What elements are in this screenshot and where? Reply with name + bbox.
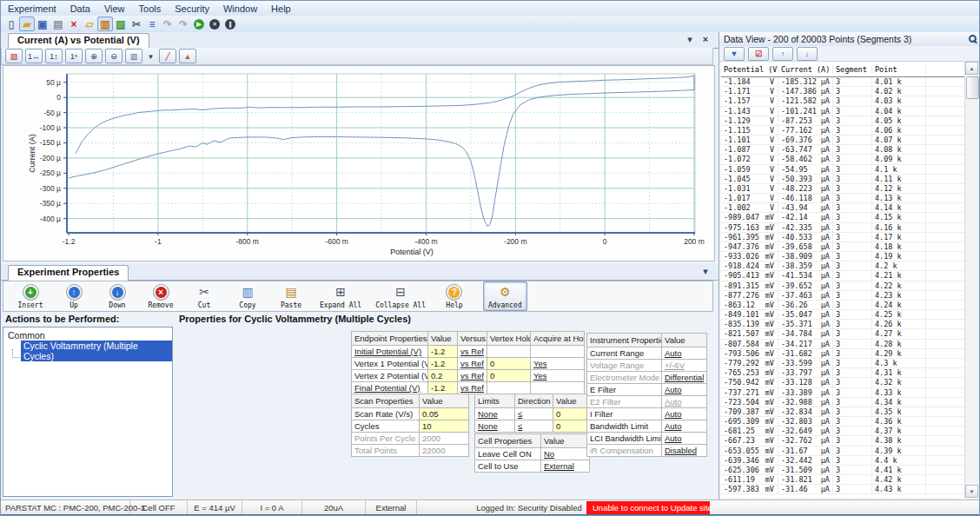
property-cell[interactable]: 0 — [487, 358, 531, 370]
data-row[interactable]: -653.055mV-31.67µA34.39 k — [721, 447, 965, 456]
data-view-scrollbar[interactable]: ▲ ▼ — [964, 62, 979, 498]
property-cell[interactable]: Differential — [662, 372, 707, 384]
data-row[interactable]: -1.045V-50.393µA34.11 k — [721, 175, 965, 184]
chart-close-icon[interactable]: × — [699, 34, 712, 44]
save-button[interactable]: ▣ — [35, 17, 50, 31]
graph-properties-button[interactable]: ▧ — [5, 49, 23, 63]
property-cell[interactable]: +/-6V — [662, 360, 707, 372]
property-cell[interactable]: Disabled — [662, 445, 707, 457]
data-row[interactable]: -821.507mV-34.784µA34.27 k — [721, 329, 965, 339]
tree-item-cyclic-voltammetry[interactable]: Cyclic Voltammetry (Multiple Cycles) — [12, 341, 172, 361]
property-cell[interactable]: Auto — [662, 384, 707, 396]
data-row[interactable]: -597.383mV-31.46µA34.43 k — [721, 485, 965, 494]
data-row[interactable]: -933.026mV-38.909µA34.19 k — [721, 252, 965, 261]
advanced-button[interactable]: ⚙Advanced — [483, 281, 527, 311]
cv-chart-panel[interactable]: -1.2-1-800 m-600 m-400 m-200 m0200 m50 µ… — [3, 65, 715, 261]
tree-item-common[interactable]: Common — [3, 327, 172, 341]
data-row[interactable]: -863.12mV-36.26µA34.24 k — [721, 301, 965, 310]
property-cell[interactable]: No — [541, 448, 590, 460]
cut-data-button[interactable]: ✂ — [129, 17, 144, 31]
data-row[interactable]: -1.115V-77.162µA34.06 k — [721, 126, 965, 136]
column-header-c3[interactable]: Segment — [833, 65, 872, 74]
menu-experiment[interactable]: Experiment — [1, 3, 63, 15]
property-cell[interactable]: 10 — [420, 420, 469, 433]
property-cell[interactable]: -1.2 — [428, 346, 458, 358]
scale-x-button[interactable]: 1↔ — [25, 49, 43, 63]
menu-view[interactable]: View — [97, 3, 132, 15]
graph-view-button[interactable]: ▧ — [113, 17, 129, 31]
data-row[interactable]: -918.424mV-38.359µA34.2 k — [721, 261, 965, 271]
property-cell[interactable]: 0 — [553, 408, 590, 420]
data-row[interactable]: -891.315mV-39.652µA34.22 k — [721, 281, 965, 291]
tab-current-vs-potential[interactable]: Current (A) vs Potential (V) — [8, 33, 149, 49]
property-cell[interactable]: Initial Potential (V) — [352, 346, 428, 358]
down-button[interactable]: ↓Down — [103, 284, 132, 309]
data-row[interactable]: -975.163mV-42.335µA34.16 k — [721, 223, 965, 233]
properties-menu-caret-icon[interactable]: ▾ — [699, 266, 712, 277]
data-row[interactable]: -849.101mV-35.047µA34.25 k — [721, 310, 965, 320]
data-row[interactable]: -1.072V-58.462µA34.09 k — [721, 155, 965, 164]
scrollbar-thumb[interactable] — [966, 76, 979, 99]
pause-button[interactable]: ∥ — [222, 17, 238, 31]
actions-tree[interactable]: Common Cyclic Voltammetry (Multiple Cycl… — [3, 327, 173, 497]
property-cell[interactable]: 0 — [553, 420, 590, 433]
column-header-c2[interactable]: Current (A) — [778, 65, 833, 74]
data-row[interactable]: -639.346mV-32.442µA34.4 k — [721, 456, 965, 466]
copy-graph-button[interactable]: ▥ — [125, 49, 142, 63]
data-row[interactable]: -1.129V-87.253µA34.05 k — [721, 116, 965, 126]
property-cell[interactable]: Auto — [662, 433, 707, 445]
scale-auto-button[interactable]: 1ⁿ — [65, 49, 83, 63]
scale-y-button[interactable]: 1↕ — [45, 49, 63, 63]
property-cell[interactable]: vs Ref — [458, 346, 487, 358]
data-row[interactable]: -961.395mV-40.533µA34.17 k — [721, 233, 965, 242]
menu-data[interactable]: Data — [63, 3, 97, 15]
collapse-all-button[interactable]: ⊟Collapse All — [375, 283, 426, 309]
zoom-out-button[interactable]: ⊖ — [105, 49, 122, 63]
property-cell[interactable]: External — [541, 460, 590, 473]
data-row[interactable]: -1.017V-46.118µA34.13 k — [721, 194, 965, 203]
remove-button[interactable]: ×Remove — [146, 284, 175, 309]
data-row[interactable]: -835.139mV-35.371µA34.26 k — [721, 320, 965, 329]
data-row[interactable]: -807.584mV-34.217µA34.28 k — [721, 340, 965, 349]
property-cell[interactable]: 0.05 — [420, 408, 469, 420]
property-cell[interactable]: -1.2 — [428, 382, 458, 394]
property-cell[interactable]: 0.2 — [428, 370, 458, 382]
property-cell[interactable]: Yes — [531, 370, 585, 382]
scroll-bottom-button[interactable]: ↓ — [797, 47, 818, 61]
data-view-button[interactable]: ▥ — [97, 17, 113, 31]
copy-button[interactable]: ▥Copy — [233, 283, 262, 309]
data-row[interactable]: -625.306mV-31.509µA34.41 k — [721, 466, 965, 475]
menu-security[interactable]: Security — [168, 3, 216, 15]
property-cell[interactable]: Final Potential (V) — [352, 382, 428, 394]
peak-analysis-button[interactable]: ▲ — [179, 49, 196, 63]
property-cell[interactable]: 0 — [487, 370, 531, 382]
property-cell[interactable]: vs Ref — [458, 358, 487, 370]
scrollbar-down-icon[interactable]: ▼ — [965, 485, 978, 498]
menu-tools[interactable]: Tools — [132, 3, 169, 15]
menu-window[interactable]: Window — [216, 3, 264, 15]
data-row[interactable]: -723.504mV-32.988µA34.34 k — [721, 398, 965, 407]
filter-button[interactable]: ▼ — [724, 47, 745, 61]
zoom-in-button[interactable]: ⊕ — [85, 49, 103, 63]
up-button[interactable]: ↑Up — [59, 284, 89, 309]
export-folder-button[interactable]: ▱ — [82, 17, 97, 31]
tab-experiment-properties[interactable]: Experiment Properties — [8, 265, 129, 281]
undo-button[interactable]: ↷ — [160, 17, 175, 31]
data-row[interactable]: -793.506mV-31.682µA34.29 k — [721, 349, 965, 359]
cv-chart[interactable]: -1.2-1-800 m-600 m-400 m-200 m0200 m50 µ… — [3, 66, 714, 262]
data-row[interactable]: -947.376mV-39.658µA34.18 k — [721, 242, 965, 252]
list-view-button[interactable]: ≡ — [144, 17, 160, 31]
data-row[interactable]: -1.184V-185.312µA34.01 k — [721, 77, 965, 87]
scrollbar-up-icon[interactable]: ▲ — [965, 62, 978, 75]
column-header-c4[interactable]: Point — [872, 65, 926, 74]
run-button[interactable]: ▶ — [191, 17, 207, 31]
data-row[interactable]: -737.271mV-33.389µA34.33 k — [721, 388, 965, 398]
data-row[interactable]: -779.292mV-33.599µA34.3 k — [721, 359, 965, 368]
chart-menu-caret-icon[interactable]: ▾ — [684, 34, 696, 45]
help-button[interactable]: ?Help — [440, 284, 469, 309]
property-cell[interactable]: vs Ref — [458, 370, 487, 382]
marker-button[interactable]: ╱ — [159, 49, 176, 63]
data-row[interactable]: -905.413mV-41.534µA34.21 k — [721, 271, 965, 281]
abort-button[interactable]: × — [207, 17, 222, 31]
data-row[interactable]: -1.002V-43.94µA34.14 k — [721, 203, 965, 213]
